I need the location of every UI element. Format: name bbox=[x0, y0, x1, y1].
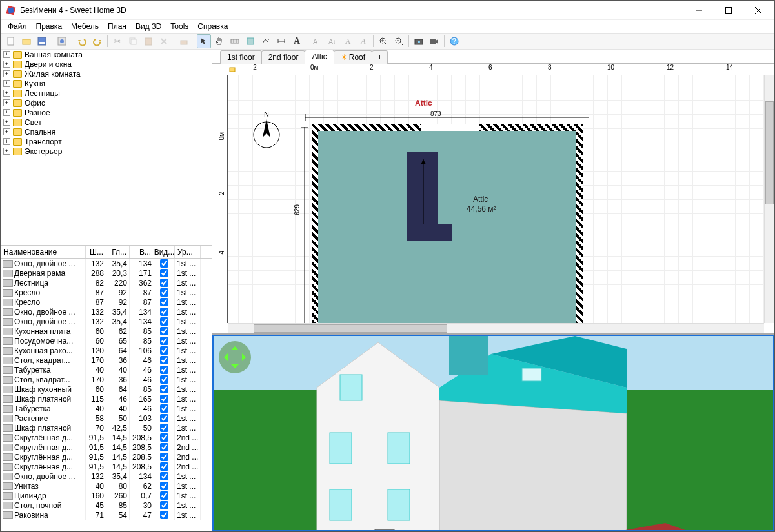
visible-checkbox[interactable] bbox=[160, 375, 168, 384]
photo-button[interactable] bbox=[412, 34, 426, 48]
expand-icon[interactable]: + bbox=[3, 128, 10, 135]
select-tool-button[interactable] bbox=[197, 34, 211, 48]
table-row[interactable]: Стол, квадрат...17036461st ... bbox=[1, 375, 212, 384]
menu-вид 3d[interactable]: Вид 3D bbox=[131, 21, 166, 32]
table-row[interactable]: Стол, квадрат...17036461st ... bbox=[1, 355, 212, 365]
table-row[interactable]: Кухонная плита6062851st ... bbox=[1, 326, 212, 336]
table-row[interactable]: Лестница822203621st ... bbox=[1, 278, 212, 288]
catalog-item[interactable]: +Двери и окна bbox=[1, 59, 212, 69]
video-button[interactable] bbox=[427, 34, 441, 48]
expand-icon[interactable]: + bbox=[3, 51, 10, 58]
visible-checkbox[interactable] bbox=[160, 337, 168, 345]
visible-checkbox[interactable] bbox=[160, 482, 168, 490]
table-row[interactable]: Унитаз4080621st ... bbox=[1, 481, 212, 491]
catalog-item[interactable]: +Экстерьер bbox=[1, 146, 212, 156]
table-row[interactable]: Кресло8792871st ... bbox=[1, 288, 212, 297]
visible-checkbox[interactable] bbox=[160, 414, 168, 422]
catalog-item[interactable]: +Разное bbox=[1, 108, 212, 117]
table-row[interactable]: Окно, двойное ...13235,41341st ... bbox=[1, 307, 212, 317]
table-row[interactable]: Окно, двойное ...13235,41341st ... bbox=[1, 471, 212, 481]
text-italic-button[interactable]: A bbox=[356, 34, 370, 48]
expand-icon[interactable]: + bbox=[3, 61, 10, 68]
expand-icon[interactable]: + bbox=[3, 90, 10, 97]
visible-checkbox[interactable] bbox=[160, 501, 168, 509]
expand-icon[interactable]: + bbox=[3, 80, 10, 87]
visible-checkbox[interactable] bbox=[160, 433, 168, 442]
furniture-catalog-tree[interactable]: +Ванная комната+Двери и окна+Жилая комна… bbox=[1, 50, 212, 246]
visible-checkbox[interactable] bbox=[160, 443, 168, 451]
catalog-item[interactable]: +Свет bbox=[1, 117, 212, 127]
new-file-button[interactable] bbox=[4, 34, 18, 48]
catalog-item[interactable]: +Транспорт bbox=[1, 137, 212, 146]
visible-checkbox[interactable] bbox=[160, 346, 168, 355]
tab-roof[interactable]: ☀Roof bbox=[334, 50, 372, 64]
expand-icon[interactable]: + bbox=[3, 70, 10, 77]
catalog-item[interactable]: +Лестницы bbox=[1, 88, 212, 98]
menu-мебель[interactable]: Мебель bbox=[66, 21, 103, 32]
visible-checkbox[interactable] bbox=[160, 491, 168, 500]
table-row[interactable]: Шкаф кухонный6064851st ... bbox=[1, 384, 212, 394]
redo-button[interactable] bbox=[90, 34, 105, 48]
table-row[interactable]: Дверная рама28820,31711st ... bbox=[1, 268, 212, 278]
undo-button[interactable] bbox=[75, 34, 89, 48]
zoom-out-button[interactable] bbox=[392, 34, 406, 48]
plan-object-2[interactable] bbox=[407, 224, 452, 241]
visible-checkbox[interactable] bbox=[160, 356, 168, 364]
visible-checkbox[interactable] bbox=[160, 462, 168, 471]
menu-план[interactable]: План bbox=[103, 21, 131, 32]
visible-checkbox[interactable] bbox=[160, 308, 168, 316]
table-row[interactable]: Скруглённая д...91,514,5208,52nd ... bbox=[1, 452, 212, 462]
zoom-in-button[interactable] bbox=[376, 34, 390, 48]
text-bold-button[interactable]: A↑ bbox=[310, 34, 324, 48]
catalog-item[interactable]: +Ванная комната bbox=[1, 50, 212, 59]
table-row[interactable]: Растение58501031st ... bbox=[1, 413, 212, 423]
visible-checkbox[interactable] bbox=[160, 317, 168, 326]
table-row[interactable]: Скруглённая д...91,514,5208,52nd ... bbox=[1, 433, 212, 442]
add-level-button[interactable]: + bbox=[372, 50, 388, 64]
expand-icon[interactable]: + bbox=[3, 109, 10, 116]
text-tool-button[interactable]: A bbox=[290, 34, 304, 48]
pan-tool-button[interactable] bbox=[212, 34, 226, 48]
tab-attic[interactable]: Attic bbox=[305, 50, 334, 64]
table-row[interactable]: Скруглённая д...91,514,5208,52nd ... bbox=[1, 442, 212, 452]
col-depth[interactable]: Гл... bbox=[106, 246, 130, 258]
dimension-tool-button[interactable] bbox=[274, 34, 288, 48]
visible-checkbox[interactable] bbox=[160, 269, 168, 277]
table-row[interactable]: Шкаф платяной7042,5501st ... bbox=[1, 423, 212, 433]
polyline-tool-button[interactable] bbox=[259, 34, 273, 48]
close-button[interactable] bbox=[743, 1, 773, 20]
col-width[interactable]: Ш... bbox=[86, 246, 106, 258]
col-level[interactable]: Ур... bbox=[175, 246, 201, 258]
room-tool-button[interactable] bbox=[243, 34, 257, 48]
visible-checkbox[interactable] bbox=[160, 327, 168, 335]
view-3d[interactable] bbox=[212, 335, 774, 531]
table-row[interactable]: Окно, двойное ...13235,41341st ... bbox=[1, 259, 212, 268]
col-name[interactable]: Наименование bbox=[1, 246, 86, 258]
menu-правка[interactable]: Правка bbox=[32, 21, 67, 32]
table-row[interactable]: Шкаф платяной115461651st ... bbox=[1, 394, 212, 404]
paste-button[interactable] bbox=[141, 34, 156, 48]
add-furniture-button[interactable] bbox=[177, 34, 191, 48]
visible-checkbox[interactable] bbox=[160, 395, 168, 403]
text-small-button[interactable]: A↓ bbox=[325, 34, 339, 48]
catalog-item[interactable]: +Кухня bbox=[1, 79, 212, 88]
col-visible[interactable]: Вид... bbox=[154, 246, 175, 258]
visible-checkbox[interactable] bbox=[160, 279, 168, 287]
text-style-button[interactable]: A bbox=[341, 34, 355, 48]
catalog-item[interactable]: +Жилая комната bbox=[1, 69, 212, 79]
table-row[interactable]: Кресло8792871st ... bbox=[1, 297, 212, 307]
plan-canvas[interactable]: Attic 873 Attic 44,56 м² 629 N bbox=[228, 75, 764, 323]
wall-tool-button[interactable] bbox=[228, 34, 242, 48]
tab-1st-floor[interactable]: 1st floor bbox=[220, 50, 262, 64]
preferences-button[interactable] bbox=[55, 34, 69, 48]
table-row[interactable]: Раковина7154471st ... bbox=[1, 510, 212, 520]
expand-icon[interactable]: + bbox=[3, 99, 10, 106]
copy-button[interactable] bbox=[126, 34, 140, 48]
delete-button[interactable] bbox=[157, 34, 171, 48]
expand-icon[interactable]: + bbox=[3, 119, 10, 126]
help-button[interactable]: ? bbox=[447, 34, 461, 48]
menu-справка[interactable]: Справка bbox=[193, 21, 232, 32]
maximize-button[interactable] bbox=[714, 1, 743, 20]
save-button[interactable] bbox=[35, 34, 49, 48]
visible-checkbox[interactable] bbox=[160, 472, 168, 480]
